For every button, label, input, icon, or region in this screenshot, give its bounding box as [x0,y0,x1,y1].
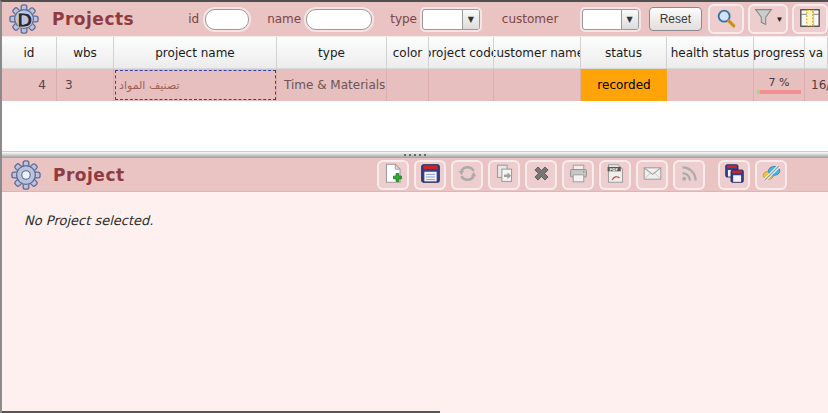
table-empty-area [2,101,828,151]
svg-text:PDF: PDF [609,166,618,171]
new-button[interactable] [377,160,409,190]
table-row[interactable]: 4 3 تصنيف المواد Time & Materials record… [2,69,828,101]
column-header-type[interactable]: type [277,37,387,68]
progress-bar [757,90,801,94]
projects-table-header: id wbs project name type color project c… [2,37,828,69]
column-header-project-name[interactable]: project name [114,37,277,68]
filter-button[interactable]: ▼ [748,4,788,34]
rss-button[interactable] [673,160,705,190]
cell-health-status[interactable] [667,69,754,101]
projects-panel-title: Projects [52,9,134,29]
pdf-icon: PDF [605,163,626,187]
filter-funnel-icon [753,7,774,31]
column-header-id[interactable]: id [2,37,57,68]
comments-off-icon [761,163,782,187]
column-header-color[interactable]: color [387,37,429,68]
type-filter-label: type [390,12,417,26]
app-gear-logo-icon: D [9,4,39,34]
cell-wbs[interactable]: 3 [57,69,114,101]
project-panel-header: Project [2,158,828,192]
copy-button[interactable] [488,160,520,190]
search-button[interactable] [708,4,744,34]
search-icon [715,7,737,32]
type-filter-value [423,10,462,29]
id-filter-input[interactable] [205,9,249,30]
save-button[interactable] [414,160,446,190]
refresh-button[interactable] [451,160,483,190]
email-envelope-icon [642,163,663,187]
project-panel-title: Project [53,165,125,185]
copy-icon [494,163,515,187]
id-filter-label: id [188,12,199,26]
column-header-progress[interactable]: progress [754,37,805,68]
cell-project-name-selected[interactable]: تصنيف المواد [114,69,277,101]
name-filter-input[interactable] [306,9,372,30]
print-button[interactable] [562,160,594,190]
column-chooser-button[interactable] [792,4,828,34]
customer-filter-value [583,10,620,29]
chevron-down-icon[interactable]: ▼ [621,10,638,29]
new-document-icon [383,163,404,187]
email-button[interactable] [636,160,668,190]
save-icon [420,163,441,187]
refresh-icon [457,163,478,187]
rss-icon [679,163,700,187]
svg-text:D: D [17,9,33,32]
cell-color[interactable] [387,69,429,101]
column-header-project-code[interactable]: project code [429,37,494,68]
cell-progress[interactable]: 7 % [754,69,805,101]
pdf-export-button[interactable]: PDF [599,160,631,190]
column-header-wbs[interactable]: wbs [57,37,114,68]
project-panel-body: No Project selected. [2,192,828,413]
progress-bar-fill [757,90,760,94]
app-window: D Projects id name type ▼ customer ▼ Res… [0,0,828,413]
customer-filter-select[interactable]: ▼ [582,9,638,30]
column-header-health-status[interactable]: health status [667,37,754,68]
customer-filter-label: customer [502,12,559,26]
cell-value[interactable]: 16/ [805,69,828,101]
save-all-button[interactable] [718,160,750,190]
chevron-down-icon: ▼ [776,15,784,24]
name-filter-label: name [267,12,301,26]
cell-project-code[interactable] [429,69,494,101]
save-all-icon [724,163,745,187]
column-chooser-icon [799,7,821,32]
chevron-down-icon[interactable]: ▼ [462,10,479,29]
column-header-value[interactable]: va [805,37,828,68]
gear-icon [11,160,41,190]
comments-off-button[interactable] [755,160,787,190]
empty-message: No Project selected. [24,213,153,228]
column-header-status[interactable]: status [581,37,667,68]
cell-customer-name[interactable] [494,69,581,101]
project-toolbar: PDF [377,160,787,190]
cell-id[interactable]: 4 [2,69,57,101]
print-icon [568,163,589,187]
progress-label: 7 % [769,77,790,89]
type-filter-select[interactable]: ▼ [422,9,480,30]
projects-panel-header: D Projects id name type ▼ customer ▼ Res… [2,2,828,37]
panel-splitter[interactable] [2,151,828,158]
column-header-customer-name[interactable]: customer name [494,37,581,68]
delete-button[interactable] [525,160,557,190]
cell-type[interactable]: Time & Materials [277,69,387,101]
status-badge[interactable]: recorded [581,69,667,101]
delete-x-icon [531,163,552,187]
reset-button[interactable]: Reset [649,7,702,31]
